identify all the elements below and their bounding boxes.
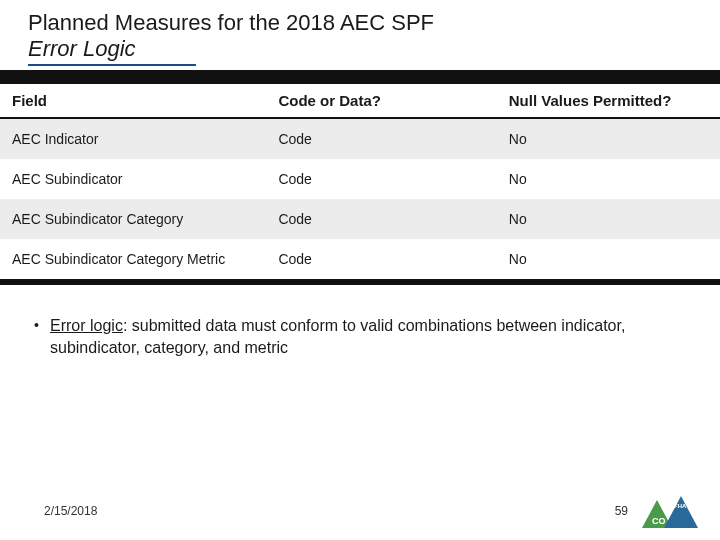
header-null-permitted: Null Values Permitted? [497, 84, 720, 118]
cell-code-or-data: Code [266, 199, 496, 239]
bullet-dot-icon: • [34, 315, 50, 335]
cell-code-or-data: Code [266, 239, 496, 279]
svg-marker-1 [664, 496, 698, 528]
footer-date: 2/15/2018 [44, 504, 97, 518]
footer-logo: CO FHA [642, 494, 698, 528]
bullet-area: • Error logic: submitted data must confo… [0, 285, 720, 358]
title-line-1: Planned Measures for the 2018 AEC SPF [28, 10, 700, 36]
title-line-2: Error Logic [28, 36, 196, 66]
table-row: AEC Subindicator Category Code No [0, 199, 720, 239]
footer-page-number: 59 [615, 504, 628, 518]
logo-right-text: FHA [674, 503, 687, 509]
bullet-rest: : submitted data must conform to valid c… [50, 317, 625, 356]
mountain-logo-icon: CO FHA [642, 494, 698, 528]
header-divider-bar [0, 70, 720, 84]
table-row: AEC Indicator Code No [0, 118, 720, 159]
cell-null-permitted: No [497, 159, 720, 199]
cell-field: AEC Indicator [0, 118, 266, 159]
header-code-or-data: Code or Data? [266, 84, 496, 118]
logo-left-text: CO [652, 516, 666, 526]
cell-code-or-data: Code [266, 118, 496, 159]
cell-field: AEC Subindicator [0, 159, 266, 199]
bullet-text: Error logic: submitted data must conform… [50, 315, 690, 358]
bullet-item: • Error logic: submitted data must confo… [34, 315, 690, 358]
cell-field: AEC Subindicator Category [0, 199, 266, 239]
table-row: AEC Subindicator Category Metric Code No [0, 239, 720, 279]
cell-null-permitted: No [497, 239, 720, 279]
bullet-lead: Error logic [50, 317, 123, 334]
cell-null-permitted: No [497, 199, 720, 239]
table-header-row: Field Code or Data? Null Values Permitte… [0, 84, 720, 118]
cell-field: AEC Subindicator Category Metric [0, 239, 266, 279]
slide-header: Planned Measures for the 2018 AEC SPF Er… [0, 0, 720, 70]
fields-table: Field Code or Data? Null Values Permitte… [0, 84, 720, 279]
header-field: Field [0, 84, 266, 118]
cell-null-permitted: No [497, 118, 720, 159]
table-row: AEC Subindicator Code No [0, 159, 720, 199]
slide-footer: 2/15/2018 59 CO FHA [0, 494, 720, 528]
cell-code-or-data: Code [266, 159, 496, 199]
